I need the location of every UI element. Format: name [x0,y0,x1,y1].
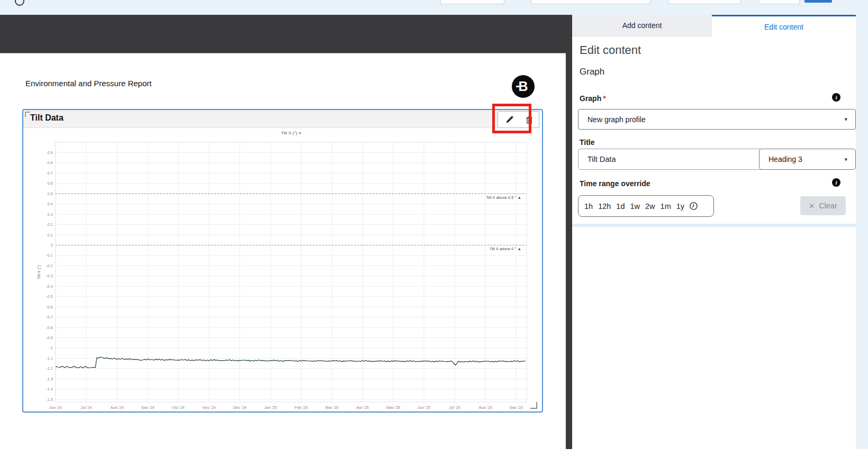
cutoff-button-sliver [758,0,800,4]
svg-text:Aug '25: Aug '25 [478,405,492,409]
svg-text:0.2: 0.2 [48,222,53,227]
tilt-chart-svg: Jun '24Jul '24Aug '24Sep '24Oct '24Nov '… [23,127,540,409]
svg-text:0.8: 0.8 [48,160,53,165]
svg-text:Nov '24: Nov '24 [202,405,215,409]
svg-text:0.3: 0.3 [48,212,53,217]
svg-text:Sep '25: Sep '25 [509,405,522,409]
brand-logo: B [512,75,535,98]
svg-text:Tilt X above 0 ° ▲: Tilt X above 0 ° ▲ [490,246,521,251]
svg-text:May '25: May '25 [386,405,400,409]
cutoff-button-sliver [668,0,740,4]
svg-text:Jul '24: Jul '24 [80,405,92,409]
required-asterisk: * [603,94,605,103]
panel-section-heading: Graph [580,67,604,77]
info-glyph: i [835,94,837,100]
svg-text:Apr '25: Apr '25 [356,405,369,409]
svg-text:Oct '24: Oct '24 [172,405,185,409]
select-value: Heading 3 [768,155,802,163]
svg-text:Jan '25: Jan '25 [264,405,277,409]
workspace-divider [566,15,572,449]
corner-marker-icon [25,112,30,117]
cutoff-button-sliver [531,0,650,4]
graph-block-header: Tilt Data [23,110,540,128]
time-preset-option[interactable]: 1h [584,202,593,211]
time-range-preset-group: 1h12h1d1w2w1m1y [578,195,714,217]
info-glyph: i [835,179,837,186]
graph-block-title: Tilt Data [30,113,64,123]
time-preset-option[interactable]: 1d [616,202,625,211]
svg-text:Jul '25: Jul '25 [449,405,460,409]
clear-label: Clear [819,202,837,210]
svg-text:-0.2: -0.2 [46,263,53,268]
svg-text:Feb '25: Feb '25 [295,405,308,409]
tab-label: Edit content [764,23,803,31]
svg-text:-1.3: -1.3 [46,377,53,381]
chevron-down-icon: ▾ [844,156,847,163]
svg-text:0.6: 0.6 [48,181,53,186]
svg-text:-0.6: -0.6 [46,305,53,309]
side-panel [572,15,856,449]
bottom-strip [0,449,868,457]
svg-text:Sep '24: Sep '24 [141,405,154,409]
annotation-highlight-box [492,104,531,133]
info-icon[interactable]: i [832,178,840,187]
tab-edit-content[interactable]: Edit content [712,15,856,38]
info-icon[interactable]: i [832,93,840,102]
time-preset-option[interactable]: 2w [645,202,655,211]
clock-icon[interactable] [689,202,698,211]
svg-text:-1: -1 [49,345,53,350]
svg-text:-1.2: -1.2 [46,366,53,371]
svg-text:-0.5: -0.5 [46,294,53,299]
svg-text:-0.3: -0.3 [46,273,53,278]
svg-text:Tilt X (°): Tilt X (°) [37,265,41,279]
logo-crossbar [516,86,519,87]
graph-profile-select[interactable]: New graph profile ▾ [578,109,856,130]
time-range-label: Time range override [580,179,650,188]
time-preset-option[interactable]: 1y [676,202,684,211]
panel-card-bottom-edge [572,224,856,227]
svg-text:0.9: 0.9 [48,150,53,155]
graph-field-label: Graph* [580,94,606,103]
report-title: Environmental and Pressure Report [25,79,151,88]
svg-text:Aug '24: Aug '24 [110,405,123,409]
panel-heading: Edit content [580,43,641,57]
title-field-label: Title [580,138,595,147]
svg-text:Jun '25: Jun '25 [418,405,430,409]
time-preset-option[interactable]: 1w [630,202,640,211]
svg-text:-1.5: -1.5 [46,397,53,402]
svg-text:-0.7: -0.7 [46,315,53,319]
svg-text:-0.1: -0.1 [46,253,53,258]
time-preset-option[interactable]: 12h [598,202,611,211]
svg-text:0: 0 [51,243,53,248]
label-text: Graph [580,94,601,103]
title-input[interactable] [578,149,763,170]
svg-text:0.5: 0.5 [48,191,53,196]
time-preset-option[interactable]: 1m [661,202,671,211]
svg-text:Dec '24: Dec '24 [233,405,246,409]
logo-letter: B [518,79,528,94]
cutoff-primary-button-sliver [804,0,832,3]
svg-text:-0.8: -0.8 [46,325,53,330]
clear-button[interactable]: ✕ Clear [800,196,846,215]
app-screenshot: { "icons": { "info_glyph": "i", "caret":… [0,0,868,457]
time-range-presets: 1h12h1d1w2w1m1y [584,202,684,211]
chevron-down-icon: ▾ [844,116,847,123]
svg-text:-0.9: -0.9 [46,335,53,340]
editor-toolbar-dark-bar [0,15,569,53]
heading-style-select[interactable]: Heading 3 ▾ [759,149,856,170]
svg-text:0.4: 0.4 [48,202,53,206]
svg-text:-1.4: -1.4 [46,387,53,391]
svg-text:Jun '24: Jun '24 [49,405,62,409]
cutoff-circle-icon [15,0,24,6]
svg-text:-1.1: -1.1 [46,356,53,361]
svg-text:0.1: 0.1 [48,233,53,237]
select-value: New graph profile [587,115,646,124]
svg-text:Tilt X above 0.5 ° ▲: Tilt X above 0.5 ° ▲ [486,195,521,200]
tab-add-content[interactable]: Add content [572,15,712,36]
svg-text:Mar '25: Mar '25 [326,405,339,409]
cutoff-button-sliver [440,0,504,4]
clear-x-icon: ✕ [809,202,815,210]
svg-text:-0.4: -0.4 [46,284,53,289]
tab-label: Add content [622,21,662,30]
svg-text:0.7: 0.7 [48,171,53,176]
